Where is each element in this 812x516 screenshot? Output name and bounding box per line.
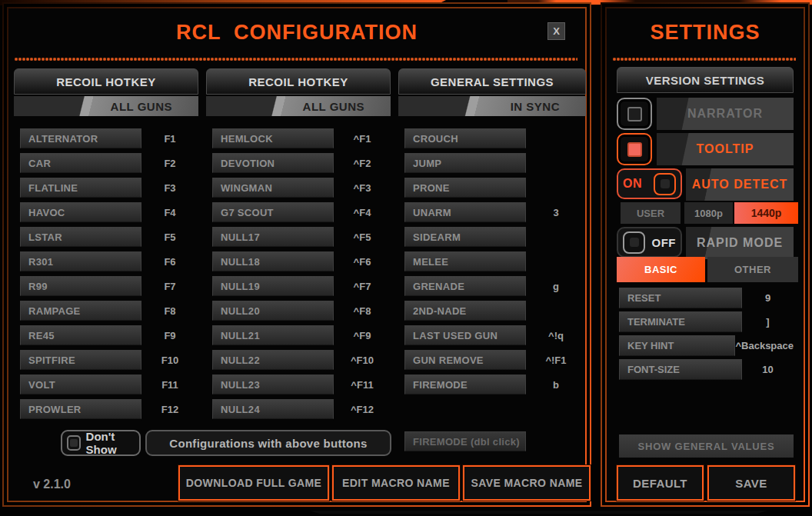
firemode-dblclick-button[interactable]: FIREMODE (dbl click)	[404, 431, 526, 451]
download-full-game-button[interactable]: DOWNLOAD FULL GAME	[178, 465, 329, 501]
gun-button[interactable]: NULL20	[212, 301, 334, 321]
hotkey-row: VOLT F11	[14, 375, 198, 394]
setting-button[interactable]: CROUCH	[404, 128, 526, 148]
general-settings-column: GENERAL SETTINGS IN SYNC CROUCH JUMP	[398, 68, 586, 451]
hotkey-value: ^F4	[334, 207, 391, 218]
setting-button[interactable]: RESET	[619, 288, 742, 308]
setting-button[interactable]: JUMP	[404, 153, 526, 173]
column-banner: IN SYNC	[398, 96, 586, 116]
resolution-1080p-button[interactable]: 1080p	[684, 202, 733, 224]
gun-button[interactable]: R301	[20, 251, 141, 271]
tooltip-checkbox[interactable]	[617, 133, 652, 165]
setting-value: 3	[526, 207, 586, 218]
general-setting-row: UNARM 3	[398, 202, 586, 222]
hotkey-value: F4	[141, 207, 198, 218]
hotkey-row: HAVOC F4	[14, 202, 198, 222]
setting-button[interactable]: PRONE	[404, 178, 526, 198]
gun-button[interactable]: G7 SCOUT	[212, 202, 334, 222]
hotkey-value: F10	[141, 355, 198, 366]
gun-button[interactable]: WINGMAN	[212, 178, 334, 198]
gun-button[interactable]: NULL24	[212, 399, 334, 419]
general-setting-row: FIREMODE b	[398, 375, 586, 394]
setting-button[interactable]: GUN REMOVE	[404, 350, 526, 370]
setting-button[interactable]: TERMINATE	[619, 311, 742, 332]
configurations-note-button[interactable]: Configurations with above buttons	[145, 430, 391, 456]
setting-button[interactable]: SIDEARM	[404, 227, 526, 247]
setting-button[interactable]: MELEE	[404, 251, 526, 271]
gun-button[interactable]: FLATLINE	[20, 178, 141, 198]
hotkey-row: FLATLINE F3	[14, 178, 198, 198]
gun-button[interactable]: ALTERNATOR	[20, 128, 141, 148]
setting-button[interactable]: FIREMODE	[404, 375, 526, 394]
setting-button[interactable]: LAST USED GUN	[404, 325, 526, 345]
hotkey-value: F1	[141, 133, 198, 145]
gun-button[interactable]: SPITFIRE	[20, 350, 141, 370]
rapid-mode-toggle[interactable]: OFF	[617, 227, 682, 258]
gun-button[interactable]: NULL22	[212, 350, 334, 370]
gun-button[interactable]: RE45	[20, 325, 141, 345]
setting-value: b	[526, 379, 586, 391]
setting-button[interactable]: KEY HINT	[619, 335, 735, 356]
dont-show-checkbox-icon	[67, 435, 81, 451]
hotkey-row: NULL20 ^F8	[206, 301, 391, 321]
basic-setting-row: KEY HINT ^Backspace	[619, 335, 794, 356]
hotkey-row: NULL24 ^F12	[206, 399, 391, 419]
gun-button[interactable]: NULL23	[212, 375, 334, 394]
hotkey-value: F7	[141, 281, 198, 292]
hotkey-value: F3	[141, 182, 198, 194]
basic-setting-row: RESET 9	[619, 288, 794, 308]
dont-show-label: Don't Show	[86, 430, 139, 456]
edit-macro-name-button[interactable]: EDIT MACRO NAME	[332, 465, 460, 501]
setting-button[interactable]: 2ND-NADE	[404, 301, 526, 321]
hotkey-row: NULL22 ^F10	[206, 350, 391, 370]
auto-detect-toggle[interactable]: ON	[617, 168, 682, 199]
gun-button[interactable]: NULL19	[212, 276, 334, 296]
gun-button[interactable]: HEMLOCK	[212, 128, 334, 148]
hotkey-value: ^F7	[334, 281, 391, 292]
save-macro-name-button[interactable]: SAVE MACRO NAME	[463, 465, 591, 501]
default-button[interactable]: DEFAULT	[617, 465, 704, 501]
narrator-checkbox[interactable]	[617, 98, 652, 130]
toggle-on-label: ON	[623, 177, 642, 191]
close-button[interactable]: X	[547, 22, 565, 40]
gun-button[interactable]: NULL17	[212, 227, 334, 247]
gun-button[interactable]: VOLT	[20, 375, 141, 394]
hotkey-row: R301 F6	[14, 251, 198, 271]
gun-button[interactable]: R99	[20, 276, 141, 296]
column-header: RECOIL HOTKEY	[206, 68, 391, 95]
setting-button[interactable]: GRENADE	[404, 276, 526, 296]
column-header: GENERAL SETTINGS	[398, 68, 586, 95]
settings-window: SETTINGS VERSION SETTINGS NARRATOR TOOLT…	[601, 2, 810, 507]
gun-button[interactable]: RAMPAGE	[20, 301, 141, 321]
show-general-values-button[interactable]: SHOW GENERAL VALUES	[619, 434, 794, 458]
hotkey-row: NULL23 ^F11	[206, 375, 391, 394]
hotkey-row: RAMPAGE F8	[14, 301, 198, 321]
resolution-1440p-button[interactable]: 1440p	[734, 202, 798, 224]
version-label: v 2.1.0	[33, 478, 71, 491]
gun-button[interactable]: DEVOTION	[212, 153, 334, 173]
gun-button[interactable]: PROWLER	[20, 399, 141, 419]
app-background: RCL CONFIGURATION X RECOIL HOTKEY ALL GU…	[0, 0, 812, 516]
setting-value: ]	[742, 316, 794, 328]
hotkey-row: CAR F2	[14, 153, 198, 173]
resolution-user-button[interactable]: USER	[621, 202, 681, 224]
gun-button[interactable]: NULL21	[212, 325, 334, 345]
gun-button[interactable]: NULL18	[212, 251, 334, 271]
setting-button[interactable]: FONT-SIZE	[619, 359, 742, 380]
basic-setting-row: TERMINATE ]	[619, 311, 794, 332]
column-banner: ALL GUNS	[14, 96, 198, 116]
settings-title: SETTINGS	[607, 21, 804, 45]
dont-show-toggle[interactable]: Don't Show	[61, 430, 141, 456]
setting-button[interactable]: UNARM	[404, 202, 526, 222]
auto-detect-label: AUTO DETECT	[686, 168, 794, 201]
tab-other[interactable]: OTHER	[707, 257, 798, 282]
hotkey-value: ^F10	[334, 355, 391, 366]
gun-button[interactable]: LSTAR	[20, 227, 141, 247]
gun-button[interactable]: CAR	[20, 153, 141, 173]
save-button[interactable]: SAVE	[707, 465, 795, 501]
narrator-label: NARRATOR	[657, 98, 794, 130]
toggle-knob-icon	[654, 173, 676, 195]
hotkey-row: G7 SCOUT ^F4	[206, 202, 391, 222]
tab-basic[interactable]: BASIC	[617, 257, 705, 282]
gun-button[interactable]: HAVOC	[20, 202, 141, 222]
